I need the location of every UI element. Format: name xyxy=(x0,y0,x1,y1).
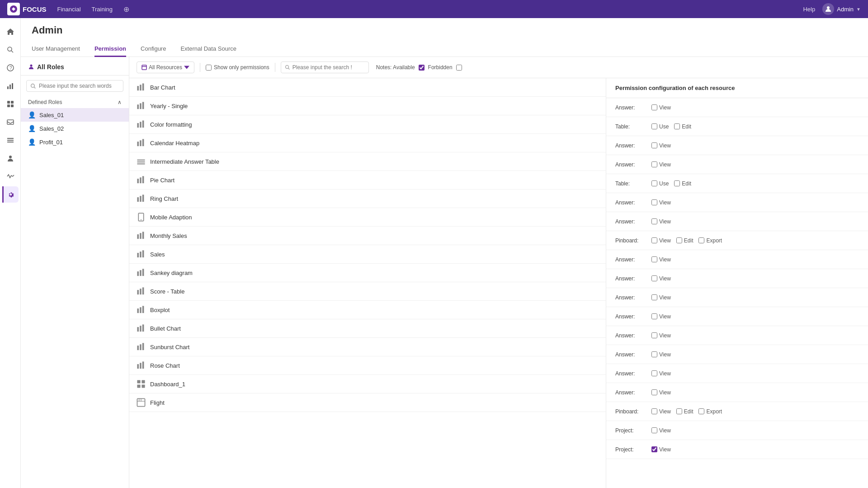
resource-row-dashboard[interactable]: Dashboard_1 xyxy=(129,375,606,393)
roles-search-wrap[interactable] xyxy=(26,80,123,92)
sidebar-activity-icon[interactable] xyxy=(2,168,19,185)
perm-check-4-edit[interactable]: Edit xyxy=(674,180,691,187)
resource-row-color[interactable]: Color formatting xyxy=(129,115,606,134)
role-item-sales01[interactable]: 👤 Sales_01 xyxy=(21,108,129,122)
resource-row-score[interactable]: Score - Table xyxy=(129,282,606,301)
roles-search-input[interactable] xyxy=(39,83,119,89)
resource-row-boxplot[interactable]: Boxplot xyxy=(129,301,606,319)
sidebar-user-icon[interactable] xyxy=(2,150,19,166)
perm-checkbox-7-export[interactable] xyxy=(698,237,704,243)
perm-check-12-view[interactable]: View xyxy=(651,332,671,339)
resource-row-calendar[interactable]: Calendar Heatmap xyxy=(129,134,606,152)
perm-check-2-view[interactable]: View xyxy=(651,142,671,149)
perm-checkbox-15-view[interactable] xyxy=(651,389,657,395)
tab-configure[interactable]: Configure xyxy=(141,42,166,57)
resource-row-rose[interactable]: Rose Chart xyxy=(129,356,606,375)
perm-checkbox-8-view[interactable] xyxy=(651,256,657,262)
sidebar-grid-icon[interactable] xyxy=(2,96,19,112)
tab-external-data-source[interactable]: External Data Source xyxy=(180,42,236,57)
perm-check-9-view[interactable]: View xyxy=(651,275,671,282)
perm-check-3-view[interactable]: View xyxy=(651,161,671,168)
resource-row-sales[interactable]: Sales xyxy=(129,245,606,264)
available-check-label[interactable] xyxy=(419,65,425,71)
perm-checkbox-13-view[interactable] xyxy=(651,351,657,357)
perm-checkbox-17-view[interactable] xyxy=(651,427,657,433)
perm-check-17-view[interactable]: View xyxy=(651,427,671,434)
perm-checkbox-16-edit[interactable] xyxy=(676,408,682,414)
resource-filter-button[interactable]: All Resources xyxy=(137,62,194,73)
perm-checkbox-16-export[interactable] xyxy=(698,408,704,414)
perm-checkbox-4-edit[interactable] xyxy=(674,180,680,186)
perm-check-13-view[interactable]: View xyxy=(651,351,671,358)
resource-row-sunburst[interactable]: Sunburst Chart xyxy=(129,338,606,356)
resource-row-intermediate[interactable]: Intermediate Answer Table xyxy=(129,152,606,171)
resource-row-yearly[interactable]: Yearly - Single xyxy=(129,97,606,115)
perm-checkbox-10-view[interactable] xyxy=(651,294,657,300)
perm-check-14-view[interactable]: View xyxy=(651,370,671,377)
perm-checkbox-2-view[interactable] xyxy=(651,142,657,148)
perm-checkbox-11-view[interactable] xyxy=(651,313,657,319)
perm-checkbox-18-view[interactable] xyxy=(651,446,657,452)
perm-check-0-view[interactable]: View xyxy=(651,104,671,111)
perm-check-4-use[interactable]: Use xyxy=(651,180,669,187)
perm-checkbox-3-view[interactable] xyxy=(651,161,657,167)
role-item-profit01[interactable]: 👤 Profit_01 xyxy=(21,135,129,149)
show-permissions-label[interactable]: Show only permissions xyxy=(206,64,269,71)
perm-check-7-view[interactable]: View xyxy=(651,237,671,244)
help-link[interactable]: Help xyxy=(803,6,815,13)
sidebar-home-icon[interactable] xyxy=(2,24,19,40)
perm-checkbox-0-view[interactable] xyxy=(651,104,657,110)
logo[interactable]: FOCUS xyxy=(7,3,47,15)
perm-check-7-export[interactable]: Export xyxy=(698,237,722,244)
role-item-sales02[interactable]: 👤 Sales_02 xyxy=(21,122,129,135)
resource-row-ring[interactable]: Ring Chart xyxy=(129,190,606,208)
admin-badge[interactable]: Admin ▼ xyxy=(822,3,861,15)
perm-checkbox-14-view[interactable] xyxy=(651,370,657,376)
resource-row-bullet[interactable]: Bullet Chart xyxy=(129,319,606,338)
perm-check-15-view[interactable]: View xyxy=(651,389,671,396)
nav-add-button[interactable]: ⊕ xyxy=(123,5,129,14)
sidebar-chart-icon[interactable] xyxy=(2,78,19,94)
perm-checkbox-7-view[interactable] xyxy=(651,237,657,243)
perm-check-18-view[interactable]: View xyxy=(651,446,671,453)
resource-row-monthly[interactable]: Monthly Sales xyxy=(129,227,606,245)
resource-row-pie[interactable]: Pie Chart xyxy=(129,171,606,190)
resource-row-flight[interactable]: Flight xyxy=(129,393,606,412)
sidebar-inbox-icon[interactable] xyxy=(2,114,19,130)
perm-checkbox-16-view[interactable] xyxy=(651,408,657,414)
resource-row-bar-chart[interactable]: Bar Chart xyxy=(129,78,606,97)
perm-check-5-view[interactable]: View xyxy=(651,199,671,206)
perm-check-6-view[interactable]: View xyxy=(651,218,671,225)
perm-checkbox-12-view[interactable] xyxy=(651,332,657,338)
resource-search-wrap[interactable] xyxy=(281,62,369,73)
resource-row-mobile[interactable]: Mobile Adaption xyxy=(129,208,606,227)
perm-checkbox-4-use[interactable] xyxy=(651,180,657,186)
sidebar-help-icon[interactable]: ? xyxy=(2,60,19,76)
perm-checkbox-7-edit[interactable] xyxy=(676,237,682,243)
perm-checkbox-9-view[interactable] xyxy=(651,275,657,281)
perm-check-11-view[interactable]: View xyxy=(651,313,671,320)
sidebar-search-icon[interactable] xyxy=(2,42,19,58)
forbidden-check-label[interactable] xyxy=(456,65,462,71)
nav-training[interactable]: Training xyxy=(92,4,113,14)
perm-checkbox-1-use[interactable] xyxy=(651,123,657,129)
available-checkbox[interactable] xyxy=(419,65,425,71)
perm-check-10-view[interactable]: View xyxy=(651,294,671,301)
resource-row-sankey[interactable]: Sankey diagram xyxy=(129,264,606,282)
perm-check-16-export[interactable]: Export xyxy=(698,408,722,415)
sidebar-settings-icon[interactable] xyxy=(2,186,19,203)
forbidden-checkbox[interactable] xyxy=(456,65,462,71)
perm-checkbox-5-view[interactable] xyxy=(651,199,657,205)
nav-financial[interactable]: Financial xyxy=(57,4,81,14)
perm-check-1-use[interactable]: Use xyxy=(651,123,669,130)
perm-check-7-edit[interactable]: Edit xyxy=(676,237,693,244)
tab-user-management[interactable]: User Management xyxy=(32,42,80,57)
perm-check-8-view[interactable]: View xyxy=(651,256,671,263)
perm-check-16-edit[interactable]: Edit xyxy=(676,408,693,415)
tab-permission[interactable]: Permission xyxy=(94,42,126,57)
sidebar-list-icon[interactable] xyxy=(2,132,19,148)
perm-checkbox-1-edit[interactable] xyxy=(674,123,680,129)
perm-check-1-edit[interactable]: Edit xyxy=(674,123,691,130)
resource-search-input[interactable] xyxy=(292,64,365,71)
defined-roles-collapse[interactable]: ∧ xyxy=(118,99,122,105)
